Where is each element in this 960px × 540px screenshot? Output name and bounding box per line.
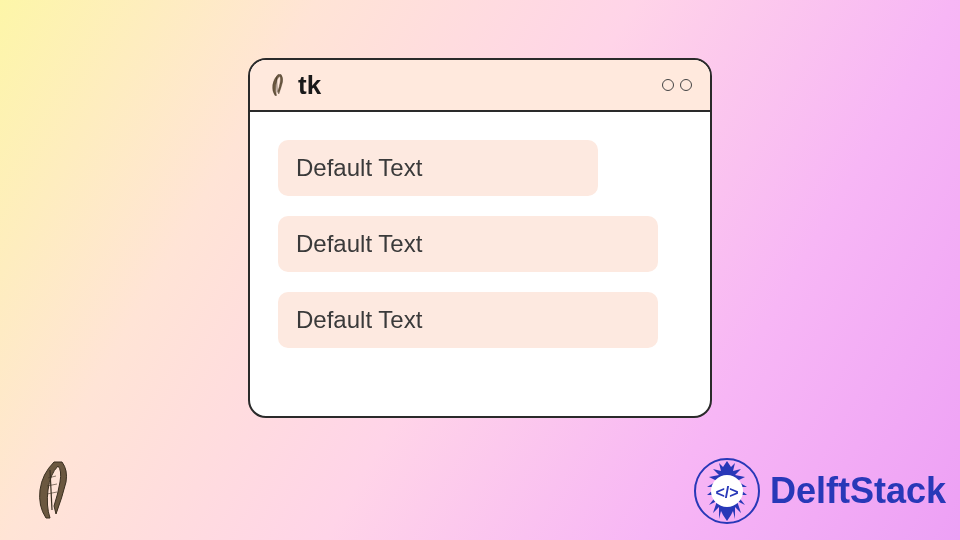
text-entry-2[interactable]: Default Text	[278, 216, 658, 272]
close-button[interactable]	[680, 79, 692, 91]
brand-name: DelftStack	[770, 470, 946, 512]
feather-icon	[266, 73, 290, 97]
svg-text:</>: </>	[715, 484, 738, 501]
text-entry-value: Default Text	[296, 230, 422, 258]
text-entry-value: Default Text	[296, 306, 422, 334]
text-entry-value: Default Text	[296, 154, 422, 182]
titlebar[interactable]: tk	[250, 60, 710, 112]
delftstack-logo: </> DelftStack	[692, 456, 946, 526]
text-entry-1[interactable]: Default Text	[278, 140, 598, 196]
feather-icon	[30, 458, 78, 522]
minimize-button[interactable]	[662, 79, 674, 91]
window-title: tk	[298, 70, 321, 101]
tk-window: tk Default Text Default Text Default Tex…	[248, 58, 712, 418]
window-controls	[662, 79, 692, 91]
svg-line-4	[47, 492, 57, 494]
text-entry-3[interactable]: Default Text	[278, 292, 658, 348]
window-body: Default Text Default Text Default Text	[250, 112, 710, 376]
mandala-code-icon: </>	[692, 456, 762, 526]
